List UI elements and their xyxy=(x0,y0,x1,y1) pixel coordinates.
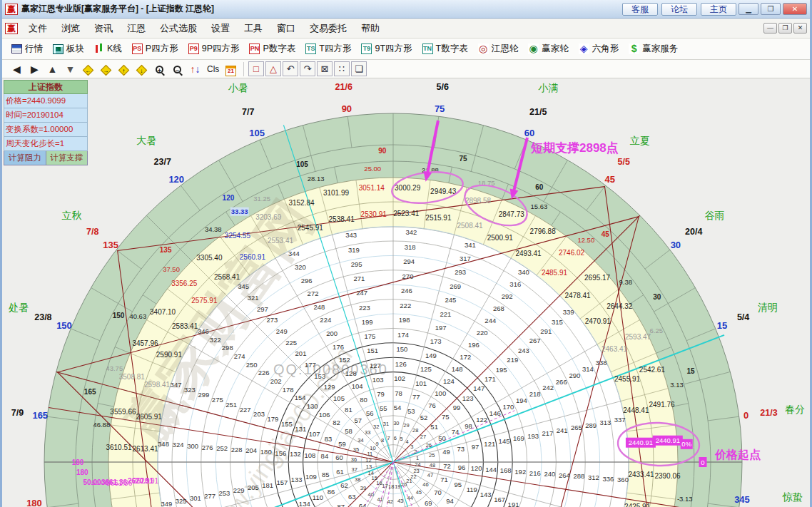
zoom-in-icon[interactable]: + xyxy=(151,61,168,77)
board-tool-icon[interactable]: ❏ xyxy=(351,61,367,76)
menu-item-9[interactable]: 帮助 xyxy=(354,21,387,36)
svg-text:296: 296 xyxy=(301,277,313,285)
diamond-up-icon[interactable]: ↑ xyxy=(115,61,133,77)
pan-down-icon[interactable]: ▼ xyxy=(61,61,79,77)
svg-text:289: 289 xyxy=(585,421,597,429)
toolbar-item-9P四方形[interactable]: P99P四方形 xyxy=(183,41,245,58)
titlebar-button-2[interactable]: 主页 xyxy=(701,3,736,16)
zoom-out-icon[interactable]: − xyxy=(168,61,186,77)
calc-resistance-button[interactable]: 计算阻力 xyxy=(4,151,46,165)
svg-text:265: 265 xyxy=(571,424,582,431)
menu-item-0[interactable]: 文件 xyxy=(21,21,54,36)
cls-button[interactable]: Cls xyxy=(204,61,222,77)
gann-wheel-chart[interactable]: 赢家财富网www.yingjia360.comQQ:10080036012345… xyxy=(2,78,812,507)
calc-support-button[interactable]: 计算支撑 xyxy=(46,151,88,165)
toolbar-item-T四方形[interactable]: TST四方形 xyxy=(300,41,356,58)
svg-text:345: 345 xyxy=(734,494,750,505)
svg-text:26: 26 xyxy=(426,442,432,449)
menu-item-8[interactable]: 交易委托 xyxy=(303,21,354,36)
svg-text:12.50: 12.50 xyxy=(577,236,594,244)
svg-text:217: 217 xyxy=(542,429,553,437)
titlebar-button-1[interactable]: 论坛 xyxy=(661,3,697,16)
menu-item-1[interactable]: 浏览 xyxy=(54,21,87,36)
menu-item-4[interactable]: 公式选股 xyxy=(153,21,204,36)
svg-text:168: 168 xyxy=(500,466,512,474)
mdi-close-button[interactable]: ✕ xyxy=(793,23,807,34)
toolbar-item-江恩轮[interactable]: ◎江恩轮 xyxy=(473,41,524,58)
hexagon-icon: ◈ xyxy=(579,43,589,54)
svg-text:101: 101 xyxy=(415,379,427,387)
tn-icon: TN xyxy=(422,43,433,54)
pan-right-icon[interactable]: ▶ xyxy=(26,61,44,77)
svg-text:315: 315 xyxy=(552,318,563,326)
menu-item-5[interactable]: 设置 xyxy=(204,21,237,36)
svg-text:240: 240 xyxy=(544,470,555,478)
menu-item-7[interactable]: 窗口 xyxy=(270,21,303,36)
svg-text:291: 291 xyxy=(540,327,552,335)
svg-text:3661.36: 3661.36 xyxy=(101,478,128,486)
svg-text:2949.43: 2949.43 xyxy=(430,188,457,195)
pan-left-icon[interactable]: ◀ xyxy=(8,61,26,77)
svg-text:87: 87 xyxy=(337,503,345,507)
maximize-button[interactable]: ❐ xyxy=(761,3,781,15)
svg-text:50.00: 50.00 xyxy=(83,478,101,486)
diamond-down-icon[interactable]: ↓ xyxy=(133,61,151,77)
rotate-ccw-icon[interactable]: ↶ xyxy=(283,61,298,76)
svg-text:345: 345 xyxy=(238,282,249,290)
toolbar-label: T数字表 xyxy=(436,43,468,55)
close-button[interactable]: ✕ xyxy=(783,3,807,15)
rotate-cw-icon[interactable]: ↷ xyxy=(300,61,315,76)
svg-text:314: 314 xyxy=(582,365,594,373)
svg-text:222: 222 xyxy=(400,302,411,309)
svg-text:2440.91: 2440.91 xyxy=(629,439,653,446)
toolbar-item-K线[interactable]: K线 xyxy=(89,41,127,58)
svg-text:2478.41: 2478.41 xyxy=(565,292,592,299)
svg-text:300: 300 xyxy=(187,442,198,450)
svg-text:清明: 清明 xyxy=(758,302,778,313)
titlebar-button-0[interactable]: 客服 xyxy=(622,3,658,16)
svg-text:266: 266 xyxy=(556,378,567,386)
toolbar-item-P四方形[interactable]: PSP四方形 xyxy=(127,41,183,58)
svg-text:小暑: 小暑 xyxy=(228,82,248,93)
rect-tool-icon[interactable]: □ xyxy=(248,61,264,76)
mdi-restore-button[interactable]: ❐ xyxy=(778,23,792,34)
svg-text:195: 195 xyxy=(496,366,507,374)
svg-text:124: 124 xyxy=(443,377,455,385)
fit-tool-icon[interactable]: ∷ xyxy=(334,61,350,76)
svg-text:150: 150 xyxy=(113,312,125,319)
svg-text:立秋: 立秋 xyxy=(61,210,81,221)
svg-text:360: 360 xyxy=(617,476,629,483)
toolbar-item-T数字表[interactable]: TNT数字表 xyxy=(417,41,473,58)
toolbar-item-9T四方形[interactable]: T99T四方形 xyxy=(356,41,417,58)
svg-text:95: 95 xyxy=(455,481,462,488)
calendar-icon[interactable]: 21 xyxy=(222,61,240,77)
delete-tool-icon[interactable]: ⊠ xyxy=(317,61,333,76)
toolbar-item-六角形[interactable]: ◈六角形 xyxy=(574,41,624,58)
menu-item-3[interactable]: 江恩 xyxy=(120,21,153,36)
toolbar-item-行情[interactable]: 行情 xyxy=(6,41,48,58)
p9-icon: P9 xyxy=(188,43,199,54)
minimize-button[interactable]: ▁ xyxy=(739,3,758,15)
toolbar-item-赢家轮[interactable]: ◉赢家轮 xyxy=(523,41,574,58)
mdi-minimize-button[interactable]: — xyxy=(763,23,777,34)
svg-text:276: 276 xyxy=(202,444,213,451)
svg-text:128: 128 xyxy=(345,369,357,377)
svg-text:2455.91: 2455.91 xyxy=(614,375,641,383)
svg-text:83: 83 xyxy=(325,435,333,443)
svg-text:3305.40: 3305.40 xyxy=(196,254,223,262)
menu-item-2[interactable]: 资讯 xyxy=(87,21,120,36)
menu-item-6[interactable]: 工具 xyxy=(237,21,270,36)
toolbar-item-板块[interactable]: 板块 xyxy=(48,41,89,58)
triangle-tool-icon[interactable]: △ xyxy=(265,61,281,76)
diamond-left-icon[interactable]: ← xyxy=(79,61,97,77)
diamond-right-icon[interactable]: → xyxy=(97,61,115,77)
toolbar-item-赢家服务[interactable]: $赢家服务 xyxy=(624,41,683,58)
toolbar-item-P数字表[interactable]: PNP数字表 xyxy=(244,41,300,58)
svg-text:2575.91: 2575.91 xyxy=(191,297,218,304)
svg-text:196: 196 xyxy=(468,341,479,349)
svg-text:23/8: 23/8 xyxy=(34,312,51,322)
updown-icon[interactable]: ↑↓ xyxy=(186,61,204,77)
svg-text:317: 317 xyxy=(460,255,471,262)
pan-up-icon[interactable]: ▲ xyxy=(44,61,61,77)
toolbar-label: 赢家轮 xyxy=(542,43,569,55)
